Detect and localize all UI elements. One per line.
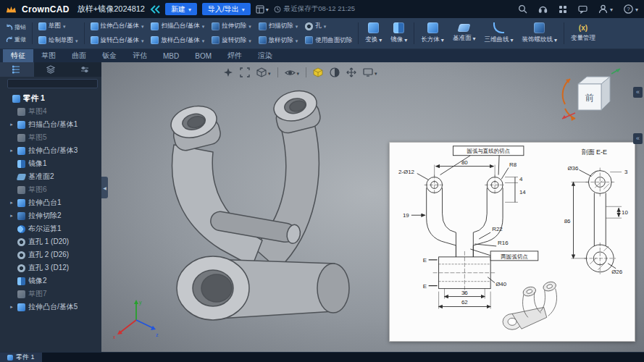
chevron-down-icon [379, 36, 382, 43]
part-icon [7, 355, 13, 361]
svg-text:?: ? [627, 6, 630, 12]
tree-item[interactable]: 拉伸凸台/基体3 [0, 144, 101, 157]
expand-arrow-icon[interactable] [9, 304, 14, 310]
chevron-down-icon [202, 37, 205, 44]
tree-collapse-handle[interactable] [101, 177, 108, 198]
undo-icon [6, 24, 13, 30]
extrude-boss-icon [91, 22, 99, 30]
tree-item[interactable]: 布尔运算1 [0, 222, 101, 235]
tree-item[interactable]: 草图7 [0, 287, 101, 300]
headset-icon[interactable] [538, 4, 548, 14]
transform-icon [368, 22, 379, 33]
part-tab[interactable]: 零件 1 [0, 353, 42, 362]
tree-root-part[interactable]: 零件 1 [0, 92, 101, 105]
undo-button[interactable]: 撤销 [4, 22, 28, 33]
tab-render[interactable]: 渲染 [250, 49, 280, 62]
dim-10: 10 [622, 209, 628, 216]
sweep-cut-button[interactable]: 扫描切除 [256, 20, 301, 33]
sketch-icon [38, 22, 46, 30]
tree-item[interactable]: 镜像2 [0, 274, 101, 287]
tree-item[interactable]: 直孔 2 (D26) [0, 248, 101, 261]
new-button[interactable]: 新建 [165, 3, 197, 15]
tab-sketch[interactable]: 草图 [33, 49, 64, 62]
tree-item-label: 布尔运算1 [28, 224, 62, 234]
import-export-button[interactable]: 导入/导出 [202, 3, 251, 15]
tree-item[interactable]: 草图5 [0, 131, 101, 144]
tab-sheetmetal[interactable]: 钣金 [94, 49, 125, 62]
mirror-icon [17, 160, 25, 168]
tree-item[interactable]: 基准面2 [0, 170, 101, 183]
surface-cut-button[interactable]: 使用曲面切除 [302, 34, 355, 48]
revolve-boss-button[interactable]: 旋转凸台/基体 [88, 34, 147, 48]
hole-button[interactable]: 孔 [302, 20, 355, 33]
cut-column-2: 扫描切除 放样切除 [256, 20, 301, 47]
expand-arrow-icon[interactable] [9, 122, 14, 127]
tab-configurations[interactable] [34, 62, 68, 77]
tree-item[interactable]: 镜像1 [0, 157, 101, 170]
redo-button[interactable]: 重做 [4, 35, 28, 45]
datum-plane-button[interactable]: 基准面 [449, 20, 480, 47]
extrude-boss-icon [17, 303, 25, 311]
apps-grid-icon[interactable] [559, 5, 567, 14]
right-panel-toggle-icon[interactable] [633, 133, 643, 144]
tree-item-label: 基准面2 [28, 172, 54, 182]
tab-weldment[interactable]: 焊件 [219, 49, 250, 62]
user-menu[interactable] [598, 4, 613, 14]
right-panel-toggle-icon[interactable] [633, 87, 643, 98]
box-button[interactable]: 长方体 [417, 20, 448, 47]
tree-item-label: 草图5 [28, 132, 47, 143]
tree-item-label: 扫描凸台/基体1 [28, 119, 78, 130]
tree-item[interactable]: 草图6 [0, 183, 101, 196]
dim-86: 86 [564, 218, 571, 224]
cosmetic-thread-button[interactable]: 装饰螺纹线 [518, 20, 561, 47]
mirror-button[interactable]: 镜像 [387, 20, 411, 47]
draw-sketch-button[interactable]: 绘制草图 [35, 34, 81, 48]
message-icon[interactable] [578, 5, 587, 14]
expand-arrow-icon[interactable] [9, 148, 14, 153]
tab-display-settings[interactable] [67, 62, 101, 77]
boss-column-2: 扫描凸台/基体 放样凸台/基体 [148, 20, 207, 47]
expand-arrow-icon[interactable] [9, 213, 14, 219]
extrude-boss-button[interactable]: 拉伸凸台/基体 [88, 20, 147, 33]
tab-surface[interactable]: 曲面 [64, 49, 94, 62]
chevron-down-icon [296, 37, 298, 44]
tab-model-tree[interactable] [0, 62, 34, 77]
tree-item-label: 拉伸凸台1 [28, 198, 62, 208]
search-icon[interactable] [518, 4, 527, 14]
layout-icon[interactable] [256, 5, 269, 14]
dim-19: 19 [403, 212, 409, 219]
view-cube[interactable]: 前 [556, 65, 625, 123]
new-button-label: 新建 [171, 4, 185, 14]
tree-filter-input[interactable] [7, 79, 98, 88]
sketch-button[interactable]: 草图 [35, 20, 81, 33]
axis-y-label: y [139, 300, 142, 306]
tree-item[interactable]: 扫描凸台/基体1 [0, 118, 101, 131]
loft-boss-button[interactable]: 放样凸台/基体 [148, 34, 207, 48]
view-cube-front-label[interactable]: 前 [585, 93, 594, 103]
redo-icon [6, 36, 13, 43]
tab-evaluate[interactable]: 评估 [125, 49, 155, 62]
tree-item-label: 直孔 2 (D26) [28, 250, 69, 260]
extrude-cut-button[interactable]: 拉伸切除 [209, 20, 254, 33]
transform-button[interactable]: 变换 [361, 20, 385, 47]
revolve-cut-button[interactable]: 旋转切除 [209, 34, 254, 48]
tree-item[interactable]: 拉伸切除2 [0, 209, 101, 222]
tab-features[interactable]: 特征 [3, 49, 33, 62]
tab-bom[interactable]: BOM [187, 49, 219, 62]
undo-redo-group: 撤销 重做 [3, 20, 29, 47]
tree-item[interactable]: 直孔 3 (D12) [0, 261, 101, 274]
tab-mbd[interactable]: MBD [155, 49, 187, 62]
tree-item[interactable]: 拉伸凸台/基体5 [0, 300, 101, 313]
back-icon[interactable] [150, 5, 160, 14]
expand-arrow-icon[interactable] [9, 200, 14, 206]
variable-manager-button[interactable]: (x) 变量管理 [567, 20, 599, 47]
tree-item[interactable]: 草图4 [0, 105, 101, 118]
curve-3d-button[interactable]: 三维曲线 [480, 20, 517, 47]
help-menu[interactable]: ? [624, 4, 638, 14]
loft-cut-icon [259, 36, 267, 44]
sweep-boss-button[interactable]: 扫描凸台/基体 [148, 20, 207, 33]
loft-cut-button[interactable]: 放样切除 [256, 34, 301, 48]
tree-item[interactable]: 直孔 1 (D20) [0, 235, 101, 248]
tree-item[interactable]: 拉伸凸台1 [0, 196, 101, 209]
viewport-3d[interactable]: 80 R8 2-Ø12 4 14 19 R22 R16 两圆弧切点 圆弧与直线的… [101, 62, 644, 352]
